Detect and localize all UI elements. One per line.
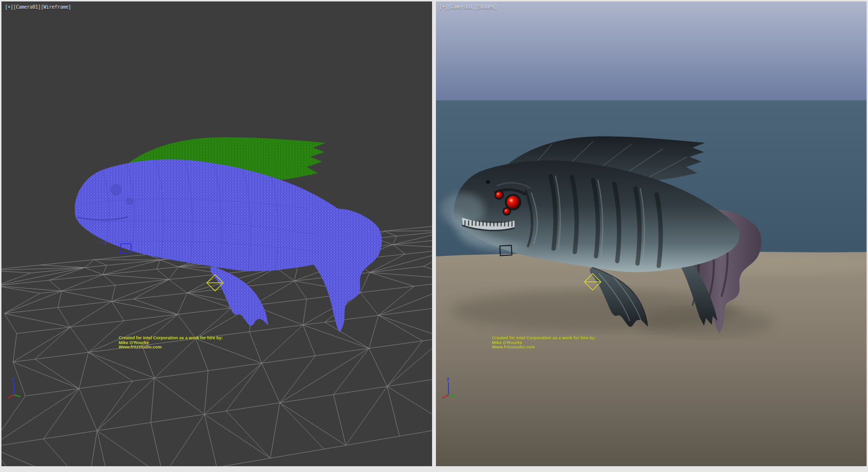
- shaded-scene: [436, 1, 867, 466]
- y-axis: [14, 395, 20, 397]
- viewport-label: [+][Camera01][Wireframe]: [5, 4, 71, 10]
- x-axis: [442, 395, 448, 398]
- watermark: Created for Intel Corporation as a work …: [119, 336, 223, 350]
- watermark: Created for Intel Corporation as a work …: [492, 336, 596, 350]
- viewport-shading-menu[interactable]: [Shaded]: [475, 4, 497, 10]
- viewport-shading-menu[interactable]: [Wireframe]: [41, 4, 71, 10]
- eye-small-1: [496, 192, 502, 198]
- z-axis-label: z: [12, 376, 15, 382]
- fish-eye: [110, 184, 122, 195]
- nostril: [486, 180, 490, 184]
- viewport-right-shaded[interactable]: [+][Camera01][Shaded]: [436, 1, 867, 466]
- viewport-area: [+][Camera01][Wireframe]: [0, 0, 868, 472]
- ground-plane-shaded[interactable]: [436, 251, 867, 466]
- viewport-left-wireframe[interactable]: [+][Camera01][Wireframe]: [1, 1, 432, 466]
- y-axis: [448, 395, 455, 397]
- x-axis: [8, 395, 14, 398]
- sky-background: [436, 1, 867, 100]
- eye-large: [507, 196, 519, 208]
- world-axis-tripod: z: [440, 375, 457, 399]
- watermark-line3: Www.fritzstudio.com: [119, 345, 223, 350]
- z-axis-label: z: [447, 376, 449, 382]
- eye-small-2: [504, 208, 510, 214]
- viewport-general-menu[interactable]: [+]: [439, 4, 448, 10]
- viewport-general-menu[interactable]: [+]: [5, 4, 13, 10]
- viewport-splitter[interactable]: [432, 1, 436, 466]
- viewport-pov-menu[interactable]: [Camera01]: [448, 4, 475, 10]
- watermark-line3: Www.fritzstudio.com: [492, 345, 596, 350]
- fish-eye-small: [126, 197, 134, 205]
- viewport-label: [+][Camera01][Shaded]: [439, 4, 497, 10]
- viewport-pov-menu[interactable]: [Camera01]: [13, 4, 41, 10]
- world-axis-tripod: z: [5, 375, 23, 399]
- wireframe-scene: [1, 1, 432, 466]
